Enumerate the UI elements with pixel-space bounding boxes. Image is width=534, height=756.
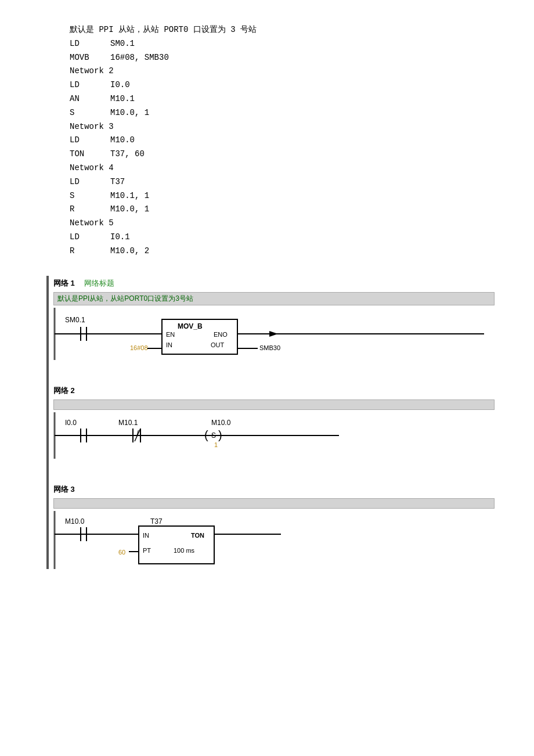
network-2-diagram: I0.0 M10.1 / M10.0 ( S ) xyxy=(49,412,484,459)
kw-s1: S xyxy=(70,106,110,120)
kw-r2: R xyxy=(70,244,110,258)
line-s1: S M10.0, 1 xyxy=(70,106,499,120)
kw-ton: TON xyxy=(70,147,110,161)
net1-eno-label: ENO xyxy=(214,331,228,338)
net2-i00-label: I0.0 xyxy=(65,419,77,427)
op-r2: M10.0, 2 xyxy=(110,244,149,258)
network-1-header: 网络 1 网络标题 xyxy=(49,276,499,291)
network-2-header: 网络 2 xyxy=(49,383,499,398)
op-s2: M10.1, 1 xyxy=(110,189,149,203)
network-1-comment: 网络标题 xyxy=(84,278,114,289)
net3-t37-label: T37 xyxy=(150,517,163,525)
line-comment: 默认是 PPI 从站，从站 PORT0 口设置为 3 号站 xyxy=(70,23,499,37)
network-3-title: 网络 3 xyxy=(53,484,75,495)
kw-r1: R xyxy=(70,203,110,217)
net3-in-label: IN xyxy=(143,532,149,539)
net3-label-text: Network 3 xyxy=(70,120,114,134)
op-ld2: I0.0 xyxy=(110,78,130,92)
net3-ton-label: TON xyxy=(191,532,204,539)
net2-not-slash: / xyxy=(136,429,139,438)
line-net5-label: Network 5 xyxy=(70,217,499,231)
op-an: M10.1 xyxy=(110,92,135,106)
line-ld1: LD SM0.1 xyxy=(70,37,499,51)
net1-movb-title: MOV_B xyxy=(178,322,203,330)
kw-ld2: LD xyxy=(70,78,110,92)
net2-m100-label: M10.0 xyxy=(211,419,231,427)
op-ld5: I0.1 xyxy=(110,231,130,244)
net1-smb30-label: SMB30 xyxy=(259,344,280,351)
op-movb: 16#08, SMB30 xyxy=(110,51,169,65)
line-an: AN M10.1 xyxy=(70,92,499,106)
op-ld1: SM0.1 xyxy=(110,37,135,51)
kw-ld1: LD xyxy=(70,37,110,51)
comment-text: 默认是 PPI 从站，从站 PORT0 口设置为 3 号站 xyxy=(70,23,257,37)
line-net2-label: Network 2 xyxy=(70,64,499,78)
op-ld3: M10.0 xyxy=(110,134,135,147)
spacer-2 xyxy=(49,470,499,482)
line-net3-label: Network 3 xyxy=(70,120,499,134)
network-2-comment-bar xyxy=(53,399,495,410)
line-ld2: LD I0.0 xyxy=(70,78,499,92)
op-r1: M10.0, 1 xyxy=(110,203,149,217)
line-net4-label: Network 4 xyxy=(70,161,499,175)
network-2-title: 网络 2 xyxy=(53,386,75,396)
kw-ld3: LD xyxy=(70,134,110,147)
kw-s2: S xyxy=(70,189,110,203)
network-3-diagram: M10.0 T37 IN TON PT 100 ms 60 xyxy=(49,511,484,569)
kw-movb: MOVB xyxy=(70,51,110,65)
kw-an: AN xyxy=(70,92,110,106)
net3-m100-label: M10.0 xyxy=(65,517,85,525)
net1-in-label: IN xyxy=(166,341,172,348)
line-ld3: LD M10.0 xyxy=(70,134,499,147)
net4-label-text: Network 4 xyxy=(70,161,114,175)
network-3-header: 网络 3 xyxy=(49,482,499,497)
network-1-comment-bar: 默认是PPI从站，从站PORT0口设置为3号站 xyxy=(53,292,495,305)
line-s2: S M10.1, 1 xyxy=(70,189,499,203)
line-movb: MOVB 16#08, SMB30 xyxy=(70,51,499,65)
line-r1: R M10.0, 1 xyxy=(70,203,499,217)
network-1-title: 网络 1 xyxy=(53,278,75,289)
kw-ld4: LD xyxy=(70,175,110,189)
net3-60-label: 60 xyxy=(118,549,125,556)
op-ton: T37, 60 xyxy=(110,147,145,161)
net5-label-text: Network 5 xyxy=(70,217,114,231)
op-ld4: T37 xyxy=(110,175,125,189)
network-1-diagram: SM0.1 MOV_B EN ENO IN OUT xyxy=(49,308,484,360)
net2-coil-s: S xyxy=(211,431,216,440)
net2-coil-value: 1 xyxy=(214,441,218,448)
top-text-section: 默认是 PPI 从站，从站 PORT0 口设置为 3 号站 LD SM0.1 M… xyxy=(0,0,534,270)
net3-100ms-label: 100 ms xyxy=(174,547,195,554)
net2-coil-close: ) xyxy=(218,429,222,441)
net2-coil-open: ( xyxy=(204,429,208,441)
network-3-comment-bar xyxy=(53,498,495,509)
net2-label-text: Network 2 xyxy=(70,64,114,78)
net1-en-label: EN xyxy=(166,331,175,338)
net1-16h08-label: 16#08 xyxy=(130,344,148,351)
net2-m101-label: M10.1 xyxy=(118,419,138,427)
kw-ld5: LD xyxy=(70,231,110,244)
net1-sm01-label: SM0.1 xyxy=(65,316,85,324)
network-2-block: 网络 2 I0.0 M10.1 / xyxy=(49,383,499,459)
op-s1: M10.0, 1 xyxy=(110,106,149,120)
line-r2: R M10.0, 2 xyxy=(70,244,499,258)
net1-arrow xyxy=(269,331,278,337)
net3-pt-label: PT xyxy=(143,547,151,554)
line-ld4: LD T37 xyxy=(70,175,499,189)
ladder-diagram-area: 网络 1 网络标题 默认是PPI从站，从站PORT0口设置为3号站 SM0.1 … xyxy=(46,276,499,569)
network-1-block: 网络 1 网络标题 默认是PPI从站，从站PORT0口设置为3号站 SM0.1 … xyxy=(49,276,499,360)
net1-out-label: OUT xyxy=(211,341,225,348)
line-ton: TON T37, 60 xyxy=(70,147,499,161)
line-ld5: LD I0.1 xyxy=(70,231,499,244)
network-3-block: 网络 3 M10.0 T37 IN TON PT xyxy=(49,482,499,569)
spacer-1 xyxy=(49,372,499,383)
